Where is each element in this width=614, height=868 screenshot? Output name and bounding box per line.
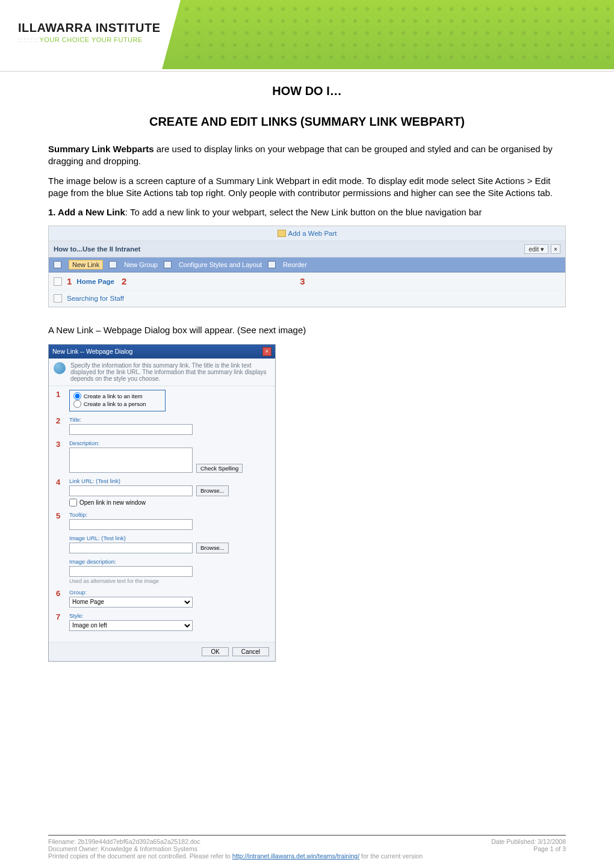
add-web-part-bar[interactable]: Add a Web Part [49, 226, 565, 241]
field-title: 2 Title: [69, 416, 269, 435]
marker-3: 3 [300, 276, 305, 286]
radio-item-row[interactable]: Create a link to an item [73, 392, 161, 400]
webpart-title: How to...Use the II Intranet [54, 245, 524, 253]
input-image-description[interactable] [69, 566, 193, 577]
field-style: 7 Style: Image on left [69, 612, 269, 631]
marker-2: 2 [56, 416, 60, 425]
footer-owner: Document Owner: Knowledge & Information … [48, 845, 197, 852]
footer-row-3: Printed copies of the document are not c… [48, 852, 566, 860]
header-divider [0, 71, 614, 72]
label-tooltip: Tooltip: [69, 511, 269, 518]
dialog-close-button[interactable]: × [262, 347, 271, 356]
label-link-url: Link URL: (Test link) [69, 478, 269, 484]
reorder-button[interactable]: Reorder [283, 261, 307, 268]
footer-date-label: Date Published: [491, 838, 538, 845]
input-link-url[interactable] [69, 485, 193, 496]
footer-page: Page 1 of 3 [533, 845, 566, 852]
new-link-button[interactable]: New Link [69, 260, 103, 269]
paragraph-3: 1. Add a New Link: To add a new link to … [48, 206, 566, 218]
marker-7: 7 [56, 612, 60, 621]
ok-button[interactable]: OK [202, 647, 228, 656]
browse-image-button[interactable]: Browse... [196, 543, 229, 553]
cancel-button[interactable]: Cancel [232, 647, 269, 656]
radio-person-row[interactable]: Create a link to a person [73, 400, 161, 408]
header-dots-pattern [181, 3, 614, 60]
field-tooltip: 5 Tooltip: [69, 511, 269, 530]
select-group[interactable]: Home Page [69, 597, 193, 608]
input-title[interactable] [69, 424, 193, 435]
label-group: Group: [69, 589, 269, 596]
help-image-description: Used as alternative text for the image [69, 578, 269, 584]
dialog-body: 1 Create a link to an item Create a link… [49, 386, 275, 642]
open-new-window-row[interactable]: Open link in new window [69, 499, 269, 506]
browse-link-button[interactable]: Browse... [196, 485, 229, 496]
drag-handle-icon[interactable] [54, 294, 62, 303]
webpart-titlebar: How to...Use the II Intranet edit ▾ × [49, 241, 565, 257]
label-style: Style: [69, 612, 269, 619]
radio-person-label: Create a link to a person [84, 401, 146, 407]
footer-owner-label: Document Owner: [48, 845, 101, 852]
document-content: HOW DO I… CREATE AND EDIT LINKS (SUMMARY… [48, 84, 566, 662]
screenshot-webpart-edit: Add a Web Part How to...Use the II Intra… [48, 226, 566, 307]
footer-row-1: Filename: 2b199e44dd7ebf6a2d392a65a2a251… [48, 838, 566, 845]
dialog-title-text: New Link -- Webpage Dialog [52, 348, 132, 355]
radio-group-link-type: Create a link to an item Create a link t… [69, 390, 166, 411]
footer-date: Date Published: 3/12/2008 [491, 838, 566, 845]
check-spelling-button[interactable]: Check Spelling [196, 464, 243, 473]
marker-4: 4 [56, 478, 60, 487]
input-tooltip[interactable] [69, 519, 193, 530]
label-image-description: Image description: [69, 558, 269, 565]
heading-1: HOW DO I… [48, 84, 566, 98]
edit-dropdown[interactable]: edit ▾ [524, 244, 548, 254]
footer-filename: Filename: 2b199e44dd7ebf6a2d392a65a2a251… [48, 838, 200, 845]
footer-row-2: Document Owner: Knowledge & Information … [48, 845, 566, 852]
footer-printed-post: for the current version [359, 852, 423, 860]
heading-2: CREATE AND EDIT LINKS (SUMMARY LINK WEBP… [48, 115, 566, 129]
radio-link-to-person[interactable] [73, 400, 81, 408]
label-description: Description: [69, 440, 269, 446]
footer-owner-value: Knowledge & Information Systems [101, 845, 198, 852]
marker-1: 1 [56, 390, 60, 399]
close-webpart-button[interactable]: × [551, 244, 560, 254]
logo-sub-text: ::::::: YOUR CHOICE YOUR FUTURE [18, 36, 161, 43]
drag-handle-icon[interactable] [54, 277, 62, 286]
link-row-searching[interactable]: Searching for Staff [49, 291, 565, 307]
footer-date-value: 3/12/2008 [538, 838, 566, 845]
logo-dot-prefix: ::::::: [18, 36, 39, 43]
globe-icon [54, 362, 66, 374]
field-image-description: Image description: Used as alternative t… [69, 558, 269, 584]
configure-icon [164, 261, 172, 268]
field-group: 6 Group: Home Page [69, 589, 269, 608]
field-link-url: 4 Link URL: (Test link) Browse... Open l… [69, 478, 269, 506]
textarea-description[interactable] [69, 448, 193, 473]
label-title: Title: [69, 416, 269, 423]
field-image-url: Image URL: (Test link) Browse... [69, 535, 269, 553]
label-image-url: Image URL: (Test link) [69, 535, 269, 541]
dialog-description-text: Specify the information for this summary… [70, 362, 270, 382]
select-style[interactable]: Image on left [69, 620, 193, 631]
checkbox-open-new-window[interactable] [69, 499, 77, 506]
dialog-titlebar[interactable]: New Link -- Webpage Dialog × [49, 345, 275, 359]
open-new-window-label: Open link in new window [79, 499, 146, 506]
marker-6: 6 [56, 589, 60, 598]
link-row-home[interactable]: 1 Home Page 2 3 [49, 272, 565, 291]
logo-main-text: ILLAWARRA INSTITUTE [18, 21, 161, 35]
footer-link[interactable]: http://intranet.illawarra.det.win/teams/… [232, 852, 359, 860]
p1-bold: Summary Link Webparts [48, 144, 154, 154]
input-image-url[interactable] [69, 543, 193, 553]
field-description: 3 Description: Check Spelling [69, 440, 269, 473]
configure-button[interactable]: Configure Styles and Layout [179, 261, 262, 268]
marker-1: 1 [67, 276, 72, 286]
new-group-button[interactable]: New Group [124, 261, 158, 268]
paragraph-2: The image below is a screen capture of a… [48, 175, 566, 200]
link-home-label: Home Page [76, 278, 114, 285]
p3-bold: 1. Add a New Link [48, 207, 125, 217]
dialog-description-row: Specify the information for this summary… [49, 359, 275, 386]
new-link-icon [54, 261, 61, 268]
marker-3: 3 [56, 440, 60, 449]
footer-printed-pre: Printed copies of the document are not c… [48, 852, 232, 860]
radio-link-to-item[interactable] [73, 392, 81, 400]
page-footer: Filename: 2b199e44dd7ebf6a2d392a65a2a251… [48, 835, 566, 860]
p3-rest: : To add a new link to your webpart, sel… [125, 207, 482, 217]
paragraph-4: A New Link – Webpage Dialog box will app… [48, 324, 566, 336]
